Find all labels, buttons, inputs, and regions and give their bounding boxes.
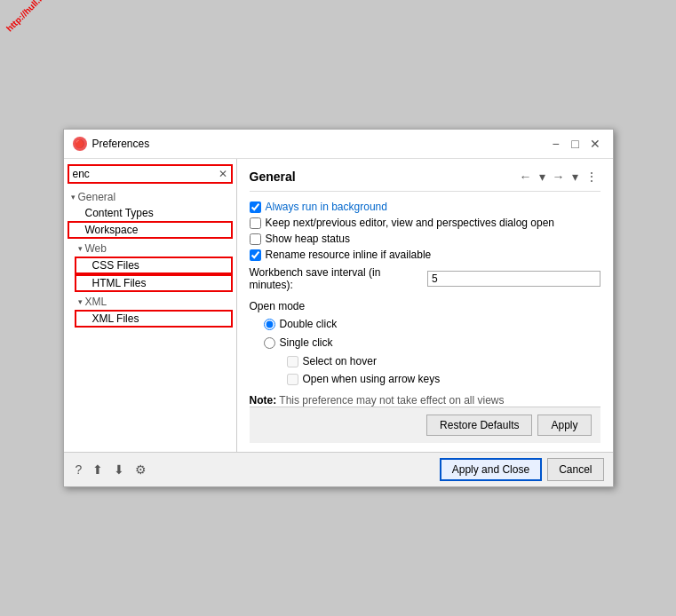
tree-item-css-files[interactable]: CSS Files	[75, 257, 233, 274]
tree-general-section: ▾ General Content Types Workspace	[68, 189, 233, 239]
tree-item-workspace[interactable]: Workspace	[68, 221, 233, 239]
search-clear-button[interactable]: ✕	[215, 167, 231, 181]
tree-web-group[interactable]: ▾ Web	[75, 241, 233, 257]
left-panel: ✕ ▾ General Content Types Workspace ▾	[64, 159, 237, 452]
search-input[interactable]	[69, 166, 215, 182]
panel-title: General	[250, 170, 296, 184]
apply-and-close-button[interactable]: Apply and Close	[440, 458, 542, 481]
double-click-label[interactable]: Double click	[280, 318, 338, 330]
right-panel-header: General ← ▾ → ▾ ⋮	[250, 168, 600, 192]
single-click-suboptions: Select on hover Open when using arrow ke…	[264, 353, 600, 387]
note-text: This preference may not take effect on a…	[279, 394, 504, 407]
dialog-body: ✕ ▾ General Content Types Workspace ▾	[64, 159, 613, 452]
dialog-title: Preferences	[92, 138, 150, 150]
always-run-checkbox[interactable]	[250, 201, 261, 213]
show-heap-label[interactable]: Show heap status	[266, 233, 350, 245]
show-heap-checkbox[interactable]	[250, 233, 261, 245]
keep-next-prev-label[interactable]: Keep next/previous editor, view and pers…	[266, 217, 555, 229]
open-mode-label: Open mode	[250, 300, 600, 312]
watermark: http://hull.kr	[4, 0, 48, 34]
open-mode-options: Double click Single click Select on hove…	[250, 316, 600, 387]
workbench-save-input[interactable]	[427, 271, 600, 287]
tree-item-content-types[interactable]: Content Types	[68, 205, 233, 221]
option-show-heap: Show heap status	[250, 231, 600, 247]
open-arrow-keys-checkbox[interactable]	[287, 374, 298, 385]
close-button[interactable]: ✕	[586, 137, 604, 151]
forward-dropdown-button[interactable]: ▾	[569, 168, 581, 186]
footer-buttons: Apply and Close Cancel	[440, 458, 604, 481]
forward-button[interactable]: →	[550, 168, 568, 186]
import-button[interactable]: ⬆	[90, 461, 106, 478]
settings-button[interactable]: ⚙	[132, 461, 149, 478]
apply-button[interactable]: Apply	[537, 415, 591, 436]
note-prefix: Note:	[250, 394, 277, 407]
single-click-radio[interactable]	[264, 337, 275, 349]
tree-xml-group[interactable]: ▾ XML	[75, 294, 233, 310]
option-select-on-hover: Select on hover	[287, 353, 600, 369]
back-dropdown-button[interactable]: ▾	[537, 168, 548, 186]
open-arrow-keys-label: Open when using arrow keys	[303, 373, 441, 385]
chevron-down-icon-web: ▾	[78, 244, 83, 253]
option-rename-resource: Rename resource inline if available	[250, 247, 600, 263]
tree-general-group[interactable]: ▾ General	[68, 189, 233, 205]
right-panel: General ← ▾ → ▾ ⋮ Always run in backgrou…	[237, 159, 613, 452]
help-button[interactable]: ?	[73, 461, 85, 478]
always-run-label[interactable]: Always run in background	[266, 201, 387, 213]
single-click-label[interactable]: Single click	[280, 336, 333, 349]
select-on-hover-checkbox[interactable]	[287, 356, 298, 367]
tree-item-xml-files[interactable]: XML Files	[75, 310, 233, 328]
title-bar: 🔴 Preferences − □ ✕	[64, 130, 613, 159]
window-controls: − □ ✕	[547, 137, 604, 151]
restore-apply-row: Restore Defaults Apply	[250, 407, 600, 443]
tree-web-section: ▾ Web CSS Files HTML Files	[68, 241, 233, 292]
nav-icons: ← ▾ → ▾ ⋮	[517, 168, 600, 186]
option-open-arrow-keys: Open when using arrow keys	[287, 371, 600, 387]
cancel-button[interactable]: Cancel	[547, 458, 603, 481]
app-icon: 🔴	[73, 137, 87, 151]
tree-web-label: Web	[85, 242, 107, 255]
option-single-click: Single click	[264, 335, 600, 351]
more-options-button[interactable]: ⋮	[583, 168, 600, 186]
tree-general-label: General	[78, 191, 116, 203]
search-row: ✕	[68, 164, 233, 184]
chevron-down-icon: ▾	[71, 193, 76, 201]
back-button[interactable]: ←	[517, 168, 535, 186]
workbench-save-label: Workbench save interval (in minutes):	[250, 266, 423, 291]
tree-xml-label: XML	[85, 296, 107, 308]
note-row: Note: This preference may not take effec…	[250, 394, 600, 407]
chevron-down-icon-xml: ▾	[78, 297, 83, 306]
footer-icons: ? ⬆ ⬇ ⚙	[73, 461, 150, 478]
rename-resource-checkbox[interactable]	[250, 249, 261, 261]
select-on-hover-label: Select on hover	[303, 355, 377, 367]
title-bar-left: 🔴 Preferences	[73, 137, 150, 151]
export-button[interactable]: ⬇	[111, 461, 127, 478]
maximize-button[interactable]: □	[567, 137, 585, 151]
double-click-radio[interactable]	[264, 319, 275, 330]
tree-xml-section: ▾ XML XML Files	[68, 294, 233, 328]
rename-resource-label[interactable]: Rename resource inline if available	[266, 249, 432, 261]
tree-item-html-files[interactable]: HTML Files	[75, 274, 233, 292]
keep-next-prev-checkbox[interactable]	[250, 217, 261, 229]
preferences-dialog: 🔴 Preferences − □ ✕ ✕ ▾ General	[63, 129, 614, 487]
workbench-save-row: Workbench save interval (in minutes):	[250, 263, 600, 295]
dialog-footer: ? ⬆ ⬇ ⚙ Apply and Close Cancel	[64, 452, 613, 486]
option-double-click: Double click	[264, 316, 600, 332]
minimize-button[interactable]: −	[547, 137, 565, 151]
option-keep-next-prev: Keep next/previous editor, view and pers…	[250, 215, 600, 231]
restore-defaults-button[interactable]: Restore Defaults	[426, 415, 532, 436]
open-mode-section: Open mode Double click Single click Sele…	[250, 300, 600, 387]
option-always-run: Always run in background	[250, 199, 600, 215]
